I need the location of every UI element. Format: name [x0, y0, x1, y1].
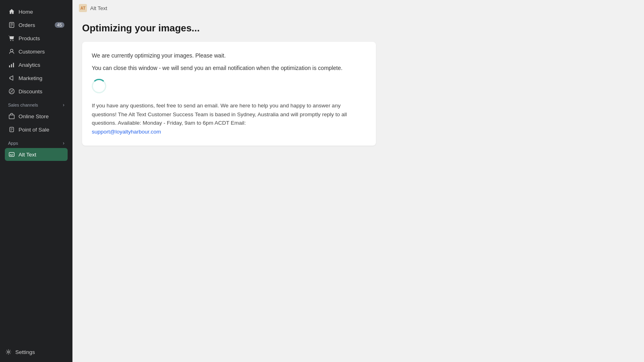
page-title: Optimizing your images... [82, 23, 634, 34]
main-content: AT Alt Text Optimizing your images... We… [72, 0, 644, 362]
sales-channels-section: Sales channels › [3, 98, 69, 109]
sidebar: Home Orders 45 Products Customers [0, 0, 72, 362]
alt-text-nav-icon: ALT [8, 151, 15, 158]
settings-icon [5, 348, 12, 356]
svg-point-13 [12, 92, 13, 93]
sidebar-item-pos[interactable]: Point of Sale [5, 123, 68, 136]
sales-channels-chevron[interactable]: › [63, 102, 64, 108]
loading-spinner [92, 79, 106, 93]
card-line1: We are currently optimizing your images.… [92, 51, 366, 60]
svg-rect-9 [13, 63, 14, 67]
spinner-container [92, 79, 366, 95]
top-bar: AT Alt Text [72, 0, 644, 16]
apps-section: Apps › [3, 136, 69, 148]
svg-text:ALT: ALT [10, 154, 13, 156]
svg-point-6 [10, 49, 13, 51]
svg-point-5 [12, 40, 13, 41]
apps-chevron[interactable]: › [63, 140, 64, 146]
pos-icon [8, 126, 15, 133]
sidebar-item-alt-text[interactable]: ALT Alt Text [5, 148, 68, 161]
sidebar-item-online-store[interactable]: Online Store [5, 110, 68, 123]
svg-point-21 [8, 351, 10, 353]
card-line2: You can close this window - we will send… [92, 64, 366, 72]
optimization-card: We are currently optimizing your images.… [82, 42, 376, 146]
discounts-icon [8, 88, 15, 95]
svg-rect-7 [9, 66, 10, 68]
marketing-icon [8, 74, 15, 82]
products-icon [8, 35, 15, 42]
breadcrumb: Alt Text [90, 5, 107, 11]
orders-badge: 45 [55, 22, 64, 28]
content-area: Optimizing your images... We are current… [72, 16, 644, 362]
sidebar-item-products[interactable]: Products [5, 32, 68, 45]
support-email-link[interactable]: support@loyaltyharbour.com [92, 129, 161, 135]
breadcrumb-icon: AT [79, 4, 87, 12]
sidebar-item-orders[interactable]: Orders 45 [5, 19, 68, 31]
home-icon [8, 8, 15, 15]
customers-icon [8, 48, 15, 55]
card-info-text: If you have any questions, feel free to … [92, 101, 366, 136]
sidebar-item-marketing[interactable]: Marketing [5, 72, 68, 84]
svg-rect-8 [11, 64, 12, 67]
sidebar-item-analytics[interactable]: Analytics [5, 58, 68, 71]
sidebar-item-settings[interactable]: Settings [2, 346, 71, 358]
svg-point-12 [10, 90, 11, 91]
sidebar-item-customers[interactable]: Customers [5, 45, 68, 58]
orders-icon [8, 21, 15, 29]
online-store-icon [8, 113, 15, 120]
sidebar-item-discounts[interactable]: Discounts [5, 85, 68, 98]
sidebar-item-home[interactable]: Home [5, 5, 68, 18]
analytics-icon [8, 61, 15, 68]
svg-rect-14 [9, 115, 14, 119]
svg-point-4 [10, 40, 11, 41]
